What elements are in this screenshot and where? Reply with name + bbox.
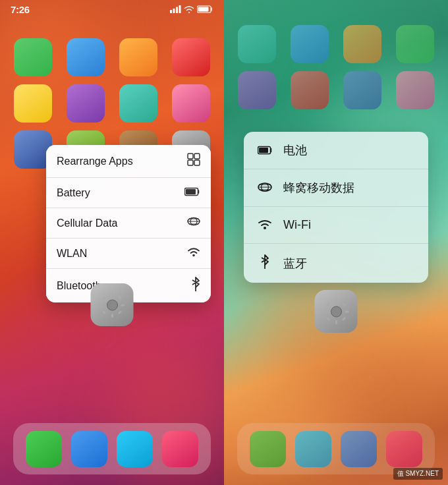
status-bar-left: 7:26 <box>0 0 224 18</box>
svg-rect-21 <box>99 304 103 306</box>
bluetooth-right-icon <box>257 254 273 272</box>
gear-icon-left <box>98 291 126 319</box>
dock-music-icon[interactable] <box>162 431 198 467</box>
app-icon-r <box>396 25 434 63</box>
menu-item-rearrange-label: Rearrange Apps <box>57 156 133 167</box>
phone-left: 7:26 <box>0 0 224 485</box>
svg-rect-37 <box>335 320 337 324</box>
svg-rect-24 <box>117 295 121 299</box>
settings-icon-right[interactable] <box>315 290 358 333</box>
dock-mail-icon[interactable] <box>71 431 107 467</box>
status-icons-left <box>170 5 213 13</box>
svg-rect-5 <box>198 7 209 12</box>
svg-point-35 <box>331 306 341 317</box>
svg-rect-1 <box>173 9 175 13</box>
svg-rect-7 <box>194 154 200 159</box>
svg-point-17 <box>192 254 195 257</box>
svg-rect-41 <box>341 302 345 306</box>
svg-rect-36 <box>335 299 337 303</box>
svg-rect-23 <box>101 295 105 299</box>
app-icon-r <box>238 71 276 109</box>
signal-icon <box>170 5 181 13</box>
wifi-menu-icon <box>187 246 200 260</box>
svg-rect-42 <box>325 316 329 320</box>
app-icon[interactable] <box>119 84 157 123</box>
svg-rect-38 <box>323 310 327 312</box>
menu-item-right-wifi-label: Wi-Fi <box>283 218 311 232</box>
app-icon[interactable] <box>172 38 210 76</box>
svg-rect-39 <box>345 310 349 312</box>
battery-right-icon <box>257 143 273 158</box>
app-icon[interactable] <box>67 84 105 123</box>
app-icon[interactable] <box>14 84 52 123</box>
app-icon-r <box>238 25 276 63</box>
svg-rect-43 <box>341 316 345 320</box>
rearrange-icon <box>187 153 200 169</box>
svg-rect-26 <box>117 310 121 314</box>
battery-menu-icon <box>184 186 200 200</box>
svg-rect-19 <box>111 293 113 297</box>
context-menu-left: Rearrange Apps Battery <box>46 145 211 302</box>
dock-left <box>13 423 211 474</box>
svg-rect-11 <box>186 189 196 194</box>
menu-item-right-battery[interactable]: 电池 <box>244 132 428 169</box>
svg-rect-9 <box>194 160 200 165</box>
cellular-icon <box>187 216 200 230</box>
svg-point-34 <box>264 227 266 229</box>
menu-item-right-cellular-label: 蜂窝移动数据 <box>283 180 354 196</box>
battery-icon <box>197 5 213 13</box>
svg-point-18 <box>107 300 117 310</box>
app-grid-right <box>224 20 448 115</box>
wifi-right-icon <box>257 217 273 233</box>
gear-icon-right <box>322 298 350 326</box>
menu-item-right-bluetooth-label: 蓝牙 <box>283 256 307 271</box>
app-icon-r <box>343 71 381 109</box>
dock-music-right[interactable] <box>386 431 422 467</box>
watermark: 值 SMYZ.NET <box>393 468 443 480</box>
dock-mail-right[interactable] <box>341 431 377 467</box>
svg-rect-40 <box>325 302 329 306</box>
dock-phone-right[interactable] <box>250 431 286 467</box>
svg-rect-3 <box>179 5 181 13</box>
svg-rect-0 <box>170 10 172 13</box>
dock-safari-icon[interactable] <box>117 431 153 467</box>
app-icon[interactable] <box>172 84 210 123</box>
svg-rect-22 <box>121 304 125 306</box>
dock-right <box>237 423 435 474</box>
dock-safari-right[interactable] <box>295 431 331 467</box>
svg-rect-2 <box>176 7 178 14</box>
settings-icon-left[interactable] <box>91 283 134 326</box>
menu-item-right-wifi[interactable]: Wi-Fi <box>244 207 428 244</box>
menu-item-right-bluetooth[interactable]: 蓝牙 <box>244 244 428 283</box>
phone-right: 电池 蜂窝移动数据 <box>224 0 448 485</box>
app-icon-r <box>291 25 329 63</box>
app-icon[interactable] <box>14 38 52 76</box>
time-left: 7:26 <box>11 4 30 15</box>
app-icon[interactable] <box>119 38 157 76</box>
menu-item-wlan[interactable]: WLAN <box>46 239 211 269</box>
dock-phone-icon[interactable] <box>26 431 62 467</box>
menu-item-right-battery-label: 电池 <box>283 142 307 158</box>
app-icon-r <box>291 71 329 109</box>
wifi-icon <box>184 5 194 13</box>
svg-rect-6 <box>188 154 193 159</box>
app-icon-r <box>396 71 434 109</box>
svg-rect-25 <box>101 310 105 314</box>
svg-rect-20 <box>111 314 113 318</box>
app-icon[interactable] <box>67 38 105 76</box>
menu-item-rearrange[interactable]: Rearrange Apps <box>46 145 211 178</box>
menu-item-right-cellular[interactable]: 蜂窝移动数据 <box>244 169 428 207</box>
menu-item-cellular-label: Cellular Data <box>57 217 117 229</box>
context-menu-right: 电池 蜂窝移动数据 <box>244 132 428 283</box>
svg-rect-8 <box>188 160 193 165</box>
app-icon-r <box>343 25 381 63</box>
svg-rect-28 <box>259 148 268 153</box>
cellular-right-icon <box>257 181 273 196</box>
menu-item-cellular[interactable]: Cellular Data <box>46 208 211 239</box>
bluetooth-icon <box>191 277 200 295</box>
menu-item-battery[interactable]: Battery <box>46 178 211 208</box>
menu-item-battery-label: Battery <box>57 187 90 199</box>
menu-item-wlan-label: WLAN <box>57 248 87 260</box>
